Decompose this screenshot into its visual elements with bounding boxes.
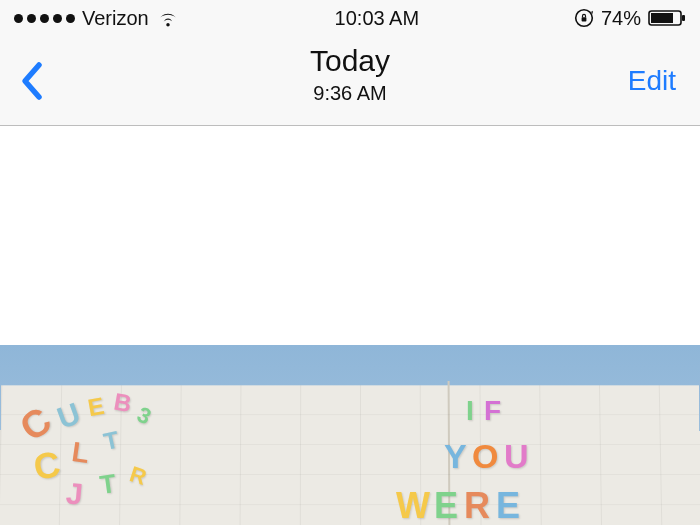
back-button[interactable] [20, 51, 64, 111]
status-right-cluster: 74% [574, 7, 686, 30]
chevron-left-icon [20, 61, 44, 101]
clock: 10:03 AM [335, 7, 420, 30]
nav-subtitle: 9:36 AM [313, 82, 386, 105]
building-wall [0, 385, 700, 525]
nav-title: Today [310, 44, 390, 78]
status-bar: Verizon 10:03 AM 74% [0, 0, 700, 36]
nav-bar: Today 9:36 AM Edit [0, 36, 700, 126]
edit-button[interactable]: Edit [624, 57, 680, 105]
svg-rect-4 [651, 13, 673, 23]
battery-percent: 74% [601, 7, 641, 30]
photo[interactable]: CUE B3 CLT JTR IF YOU WERE [0, 345, 700, 525]
status-left-cluster: Verizon [14, 7, 180, 30]
carrier-label: Verizon [82, 7, 149, 30]
photo-viewer[interactable]: CUE B3 CLT JTR IF YOU WERE [0, 126, 700, 525]
svg-rect-3 [682, 15, 685, 21]
rotation-lock-icon [574, 8, 594, 28]
wifi-icon [156, 9, 180, 27]
nav-title-group: Today 9:36 AM [0, 44, 700, 105]
battery-icon [648, 9, 686, 27]
svg-rect-1 [582, 17, 587, 21]
cellular-signal-icon [14, 14, 75, 23]
